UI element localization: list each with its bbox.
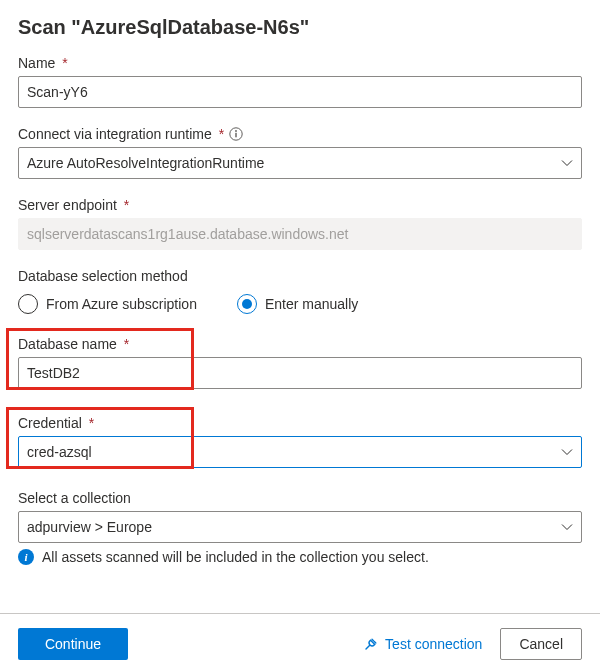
field-runtime: Connect via integration runtime * Azure …: [18, 126, 582, 179]
svg-rect-2: [236, 133, 237, 138]
dbname-input-value: TestDB2: [27, 365, 80, 381]
runtime-label: Connect via integration runtime: [18, 126, 212, 142]
continue-button[interactable]: Continue: [18, 628, 128, 660]
field-dbselect: Database selection method From Azure sub…: [18, 268, 582, 314]
field-dbname: Database name * TestDB2: [18, 336, 582, 389]
dbname-label: Database name: [18, 336, 117, 352]
collection-hint-row: i All assets scanned will be included in…: [18, 549, 582, 565]
runtime-select-value: Azure AutoResolveIntegrationRuntime: [27, 155, 264, 171]
test-connection-button[interactable]: Test connection: [363, 636, 482, 652]
field-credential: Credential * cred-azsql: [18, 415, 582, 468]
required-indicator: *: [124, 336, 129, 352]
chevron-down-icon: [561, 521, 573, 533]
collection-hint: All assets scanned will be included in t…: [42, 549, 429, 565]
name-label: Name: [18, 55, 55, 71]
required-indicator: *: [89, 415, 94, 431]
test-connection-label: Test connection: [385, 636, 482, 652]
radio-icon: [237, 294, 257, 314]
collection-select[interactable]: adpurview > Europe: [18, 511, 582, 543]
info-icon[interactable]: [229, 127, 243, 141]
radio-icon: [18, 294, 38, 314]
credential-select[interactable]: cred-azsql: [18, 436, 582, 468]
field-endpoint: Server endpoint * sqlserverdatascans1rg1…: [18, 197, 582, 250]
plug-icon: [363, 636, 379, 652]
page-title: Scan "AzureSqlDatabase-N6s": [18, 16, 582, 39]
chevron-down-icon: [561, 157, 573, 169]
radio-from-subscription-label: From Azure subscription: [46, 296, 197, 312]
dbname-input[interactable]: TestDB2: [18, 357, 582, 389]
radio-enter-manually-label: Enter manually: [265, 296, 358, 312]
endpoint-input: sqlserverdatascans1rg1ause.database.wind…: [18, 218, 582, 250]
credential-select-value: cred-azsql: [27, 444, 92, 460]
field-collection: Select a collection adpurview > Europe i…: [18, 490, 582, 565]
required-indicator: *: [62, 55, 67, 71]
required-indicator: *: [124, 197, 129, 213]
svg-point-1: [235, 130, 237, 132]
required-indicator: *: [219, 126, 224, 142]
endpoint-input-value: sqlserverdatascans1rg1ause.database.wind…: [27, 226, 348, 242]
endpoint-label: Server endpoint: [18, 197, 117, 213]
collection-select-value: adpurview > Europe: [27, 519, 152, 535]
credential-label: Credential: [18, 415, 82, 431]
name-input[interactable]: Scan-yY6: [18, 76, 582, 108]
info-icon: i: [18, 549, 34, 565]
name-input-value: Scan-yY6: [27, 84, 88, 100]
field-name: Name * Scan-yY6: [18, 55, 582, 108]
runtime-select[interactable]: Azure AutoResolveIntegrationRuntime: [18, 147, 582, 179]
radio-from-subscription[interactable]: From Azure subscription: [18, 294, 197, 314]
chevron-down-icon: [561, 446, 573, 458]
radio-enter-manually[interactable]: Enter manually: [237, 294, 358, 314]
dbselect-label: Database selection method: [18, 268, 188, 284]
collection-label: Select a collection: [18, 490, 131, 506]
footer: Continue Test connection Cancel: [0, 613, 600, 660]
cancel-button[interactable]: Cancel: [500, 628, 582, 660]
